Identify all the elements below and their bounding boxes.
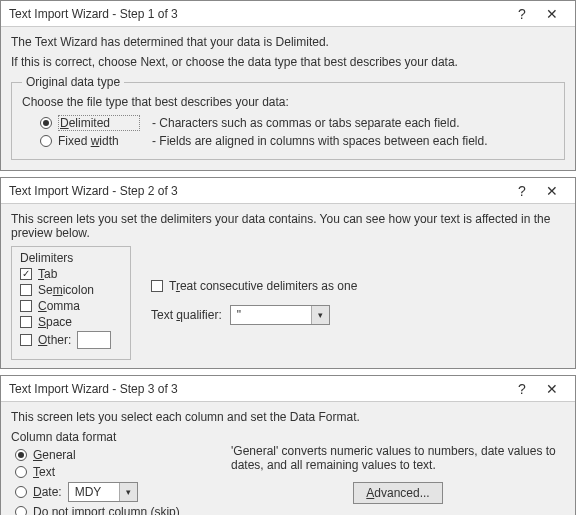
date-format-value: MDY	[69, 485, 119, 499]
check-tab-label: Tab	[38, 267, 57, 281]
date-format-select[interactable]: MDY ▾	[68, 482, 138, 502]
delimiters-legend: Delimiters	[20, 251, 122, 265]
check-comma[interactable]: Comma	[20, 299, 122, 313]
radio-date[interactable]: Date: MDY ▾	[15, 482, 211, 502]
radio-delimited-label: Delimited	[58, 115, 140, 131]
delimiters-group: Delimiters Tab Semicolon Comma Space	[11, 246, 131, 360]
advanced-button[interactable]: Advanced...	[353, 482, 442, 504]
check-semicolon[interactable]: Semicolon	[20, 283, 122, 297]
check-other[interactable]: Other:	[20, 331, 122, 349]
help-icon[interactable]: ?	[507, 182, 537, 200]
title-step1: Text Import Wizard - Step 1 of 3	[9, 7, 507, 21]
radio-fixed-label: Fixed width	[58, 134, 140, 148]
close-icon[interactable]: ✕	[537, 182, 567, 200]
dialog-step1: Text Import Wizard - Step 1 of 3 ? ✕ The…	[0, 0, 576, 171]
check-space[interactable]: Space	[20, 315, 122, 329]
text-qualifier-label: Text qualifier:	[151, 308, 222, 322]
check-other-box[interactable]	[20, 334, 32, 346]
radio-fixed-width[interactable]: Fixed width - Fields are aligned in colu…	[40, 134, 554, 148]
original-data-type-legend: Original data type	[22, 75, 124, 89]
check-semicolon-label: Semicolon	[38, 283, 94, 297]
intro-text-2: If this is correct, choose Next, or choo…	[11, 55, 565, 69]
help-icon[interactable]: ?	[507, 5, 537, 23]
radio-delimited[interactable]: Delimited - Characters such as commas or…	[40, 115, 554, 131]
intro-text-1: The Text Wizard has determined that your…	[11, 35, 565, 49]
step2-intro: This screen lets you set the delimiters …	[11, 212, 565, 240]
column-data-format-legend: Column data format	[11, 430, 211, 444]
radio-general-input[interactable]	[15, 449, 27, 461]
radio-delimited-input[interactable]	[40, 117, 52, 129]
check-comma-box[interactable]	[20, 300, 32, 312]
check-treat-label: Treat consecutive delimiters as one	[169, 279, 357, 293]
dialog-step3: Text Import Wizard - Step 3 of 3 ? ✕ Thi…	[0, 375, 576, 515]
check-semicolon-box[interactable]	[20, 284, 32, 296]
text-qualifier-select[interactable]: " ▾	[230, 305, 330, 325]
radio-fixed-input[interactable]	[40, 135, 52, 147]
titlebar-step3: Text Import Wizard - Step 3 of 3 ? ✕	[1, 376, 575, 402]
help-icon[interactable]: ?	[507, 380, 537, 398]
radio-date-label: Date:	[33, 485, 62, 499]
dialog-step2: Text Import Wizard - Step 2 of 3 ? ✕ Thi…	[0, 177, 576, 369]
check-treat-consecutive[interactable]: Treat consecutive delimiters as one	[151, 279, 565, 293]
chevron-down-icon[interactable]: ▾	[311, 306, 329, 324]
titlebar-step2: Text Import Wizard - Step 2 of 3 ? ✕	[1, 178, 575, 204]
text-qualifier-value: "	[231, 308, 311, 322]
close-icon[interactable]: ✕	[537, 380, 567, 398]
radio-skip[interactable]: Do not import column (skip)	[15, 505, 211, 515]
radio-general[interactable]: General	[15, 448, 211, 462]
other-delimiter-input[interactable]	[77, 331, 111, 349]
radio-fixed-desc: - Fields are aligned in columns with spa…	[152, 134, 488, 148]
original-data-type-group: Original data type Choose the file type …	[11, 75, 565, 160]
title-step3: Text Import Wizard - Step 3 of 3	[9, 382, 507, 396]
close-icon[interactable]: ✕	[537, 5, 567, 23]
title-step2: Text Import Wizard - Step 2 of 3	[9, 184, 507, 198]
check-treat-box[interactable]	[151, 280, 163, 292]
radio-delimited-desc: - Characters such as commas or tabs sepa…	[152, 116, 459, 130]
choose-label: Choose the file type that best describes…	[22, 95, 554, 109]
radio-text-label: Text	[33, 465, 55, 479]
check-other-label: Other:	[38, 333, 71, 347]
check-tab-box[interactable]	[20, 268, 32, 280]
radio-date-input[interactable]	[15, 486, 27, 498]
check-comma-label: Comma	[38, 299, 80, 313]
check-tab[interactable]: Tab	[20, 267, 122, 281]
titlebar-step1: Text Import Wizard - Step 1 of 3 ? ✕	[1, 1, 575, 27]
check-space-label: Space	[38, 315, 72, 329]
check-space-box[interactable]	[20, 316, 32, 328]
radio-skip-input[interactable]	[15, 506, 27, 515]
radio-text[interactable]: Text	[15, 465, 211, 479]
chevron-down-icon[interactable]: ▾	[119, 483, 137, 501]
radio-skip-label: Do not import column (skip)	[33, 505, 180, 515]
radio-text-input[interactable]	[15, 466, 27, 478]
radio-general-label: General	[33, 448, 76, 462]
step3-intro: This screen lets you select each column …	[11, 410, 565, 424]
general-description: 'General' converts numeric values to num…	[231, 444, 565, 472]
